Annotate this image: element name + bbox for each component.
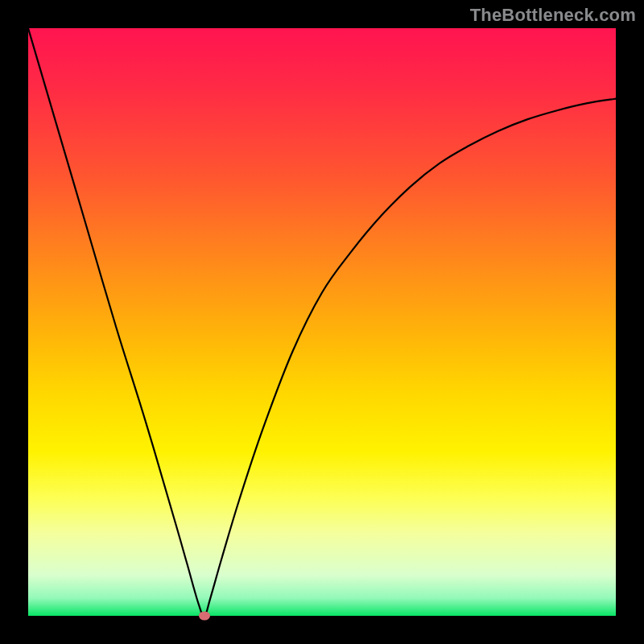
- curve-layer: [28, 28, 616, 616]
- plot-area: [28, 28, 616, 616]
- min-marker: [199, 612, 210, 621]
- chart-frame: TheBottleneck.com: [0, 0, 644, 644]
- watermark-text: TheBottleneck.com: [470, 5, 636, 26]
- bottleneck-curve-path: [28, 28, 616, 616]
